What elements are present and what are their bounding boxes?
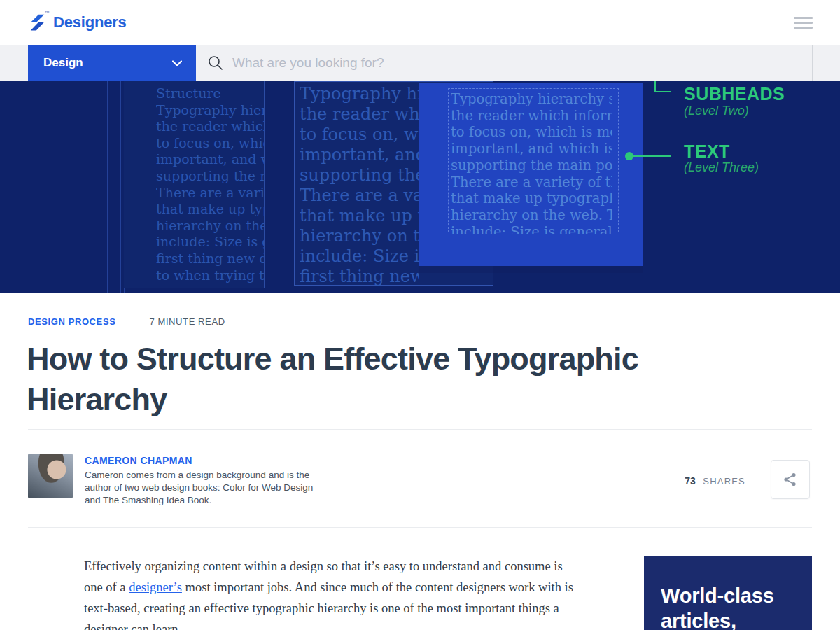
promo-card[interactable]: World-class articles, (644, 556, 812, 630)
hero-label-subheads: SUBHEADS (684, 84, 785, 104)
menu-bar (794, 17, 813, 19)
designers-link[interactable]: designer’s (129, 580, 182, 594)
share-button[interactable] (771, 460, 810, 499)
divider (28, 429, 812, 430)
author-avatar (28, 454, 73, 498)
hero-sample-heading: Structure (156, 85, 264, 102)
author-name-link[interactable]: CAMERON CHAPMAN (85, 455, 192, 466)
hero-sample-line: supporting the main points. (300, 165, 419, 186)
share-count-label: SHARES (703, 476, 746, 486)
hero-image: Structure Typography hierarchy showsthe … (0, 81, 840, 293)
author-bio: Cameron comes from a design background a… (85, 469, 313, 507)
hero-sample-line: include: Size is generally the (300, 246, 419, 267)
article-paragraph: Effectively organizing content within a … (84, 556, 574, 630)
menu-icon[interactable] (794, 17, 813, 29)
hero-sample-lines: Typography hierarchy showsthe reader whi… (451, 91, 612, 234)
hero-sample-line: hierarchy on the web. These (451, 207, 612, 224)
hero-sample-line: that make up typographic (451, 190, 612, 207)
article-meta: DESIGN PROCESS 7 MINUTE READ (28, 316, 225, 327)
author-bio-line: and The Smashing Idea Book. (85, 494, 313, 507)
category-link[interactable]: DESIGN PROCESS (28, 316, 115, 327)
hero-line (107, 81, 108, 293)
search-bar: Design (0, 45, 840, 81)
hero-sample-line: There are a variety of things (300, 186, 419, 206)
category-dropdown-label: Design (43, 56, 83, 70)
hero-sample-lines: Typography hierarchy showsthe reader whi… (300, 84, 419, 286)
author-bio-line: author of two web design books: Color fo… (85, 482, 313, 494)
hero-sample-line: to focus on, which is most (156, 135, 264, 152)
hero-sample-line: hierarchy on the web. These (300, 226, 419, 246)
annotation-connector (629, 155, 671, 157)
hero-sample-line: first thing new designers turn (300, 267, 419, 286)
hero-label-text: TEXT (684, 141, 730, 162)
trademark-mark: ™ (45, 10, 50, 15)
hero-sample-line: that make up typographic (300, 206, 419, 226)
hero-sample-line: include: Size is generally the (156, 234, 264, 251)
hero-label-text-level: (Level Three) (684, 160, 759, 175)
page: ™ Designers Design (0, 0, 840, 630)
annotation-connector (654, 91, 671, 92)
hero-sample-line: supporting the main points. (451, 158, 612, 174)
hero-sample-lines: Typography hierarchy showsthe reader whi… (156, 102, 264, 284)
hero-sample-line: supporting the main points. (156, 168, 264, 185)
share-count-number: 73 (685, 475, 696, 486)
hero-sample-line: important, and which is just (156, 151, 264, 168)
hero-sample-line: important, and which is just (451, 141, 612, 158)
hero-sample-line: first thing new designers turn (156, 251, 264, 267)
hero-sample-text: Typography hierarchy showsthe reader whi… (451, 91, 612, 234)
hero-sample-line: that make up typographic (156, 201, 264, 218)
hero-sample-line: hierarchy on the web. These (156, 218, 264, 234)
read-time: 7 MINUTE READ (149, 316, 225, 327)
brand-logo[interactable]: ™ Designers (28, 12, 127, 33)
hero-sample-line: the reader which information (451, 108, 612, 125)
menu-bar (794, 27, 813, 29)
hero-sample-text: Typography hierarchy showsthe reader whi… (300, 84, 419, 286)
search-icon (208, 55, 223, 71)
divider (28, 527, 812, 528)
category-dropdown[interactable]: Design (28, 45, 196, 81)
hero-sample-text: Structure Typography hierarchy showsthe … (156, 85, 264, 288)
hero-sample-line: important, and which is just (300, 145, 419, 165)
toptal-logo-icon (28, 13, 47, 31)
hero-label-subheads-level: (Level Two) (684, 104, 749, 118)
chevron-down-icon (172, 60, 182, 66)
share-icon (782, 471, 799, 488)
hero-sample-line: to when trying to crea (156, 267, 264, 284)
author-bio-line: Cameron comes from a design background a… (85, 469, 313, 482)
search-divider (812, 45, 813, 81)
hero-sample-line: There are a variety of things (156, 185, 264, 202)
menu-bar (794, 22, 813, 24)
hero-sample-line: include: Size is generally the (451, 224, 612, 234)
hero-sample-line: Typography hierarchy shows (156, 102, 264, 119)
search-input[interactable] (232, 52, 708, 74)
hero-sample-line: the reader which information (300, 104, 419, 125)
hero-line (111, 81, 111, 293)
hero-sample-line: to focus on, which is most (300, 125, 419, 145)
hero-sample-line: Typography hierarchy shows (451, 91, 612, 108)
title-line: Hierarchy (27, 379, 741, 420)
hero-sample-line: Typography hierarchy shows (300, 84, 419, 104)
header: ™ Designers (0, 0, 840, 45)
hero-sample-line: There are a variety of things (451, 174, 612, 191)
share-count: 73 SHARES (651, 475, 746, 487)
title-line: How to Structure an Effective Typographi… (27, 339, 741, 379)
hero-sample-line: the reader which information (156, 118, 264, 135)
brand-name: Designers (53, 13, 127, 31)
page-title: How to Structure an Effective Typographi… (27, 339, 741, 420)
hero-sample-line: to focus on, which is most (451, 124, 612, 141)
hero-line (120, 81, 121, 293)
promo-card-text: World-class articles, (661, 583, 797, 630)
